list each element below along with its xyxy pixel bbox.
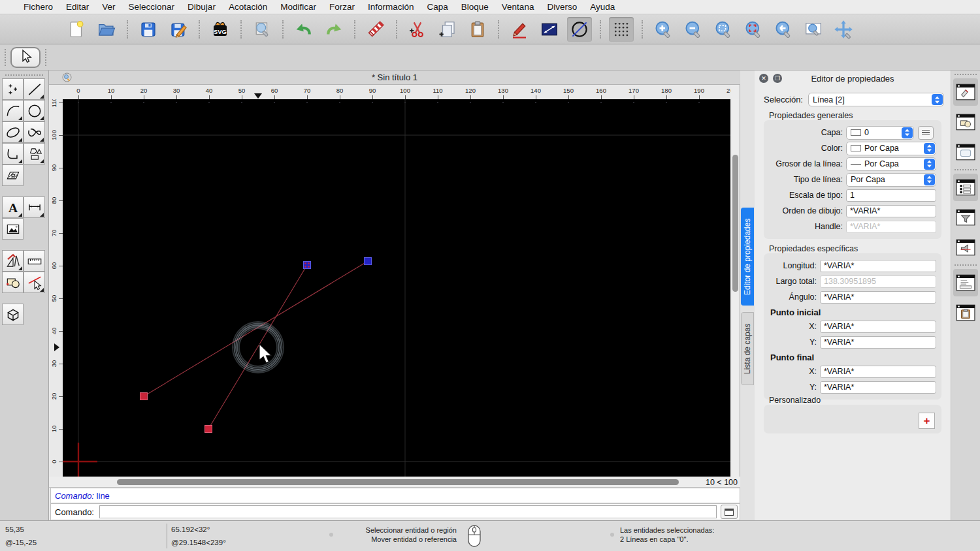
menu-dibujar[interactable]: Dibujar xyxy=(181,2,222,12)
start-x-field[interactable]: *VARIA* xyxy=(820,321,936,333)
tool-circle-button[interactable] xyxy=(24,100,45,121)
end-x-field[interactable]: *VARIA* xyxy=(820,366,936,378)
type-scale-field[interactable]: 1 xyxy=(846,189,936,202)
scrollbar-thumb[interactable] xyxy=(732,155,738,292)
selection-status: Las entidades seleccionadas: 2 Líneas en… xyxy=(620,526,714,544)
menu-fichero[interactable]: Fichero xyxy=(17,2,59,12)
command-window-icon[interactable] xyxy=(953,269,978,296)
tool-polygon-button[interactable] xyxy=(24,143,45,165)
menu-editar[interactable]: Editar xyxy=(59,2,95,12)
select-tool-button[interactable] xyxy=(10,47,41,68)
drag-handle[interactable] xyxy=(5,74,43,76)
menu-capa[interactable]: Capa xyxy=(421,2,455,12)
color-row: Color: Por Capa xyxy=(769,140,936,156)
copy-button[interactable] xyxy=(435,17,460,42)
tool-hatch-button[interactable] xyxy=(2,165,24,186)
tool-image-button[interactable] xyxy=(2,218,24,240)
paste-button[interactable] xyxy=(465,17,490,42)
tool-spline-button[interactable] xyxy=(24,121,45,143)
selection-label: Selección: xyxy=(764,95,803,104)
draw-pencil-button[interactable] xyxy=(507,17,532,42)
cut-button[interactable] xyxy=(405,17,430,42)
end-handle xyxy=(304,262,311,269)
shapes-window-icon[interactable] xyxy=(953,108,978,136)
zoom-auto-button[interactable] xyxy=(741,17,766,42)
redo-button[interactable] xyxy=(321,17,346,42)
drag-handle[interactable] xyxy=(5,49,6,66)
tool-text-button[interactable]: A xyxy=(2,197,24,218)
open-file-button[interactable] xyxy=(94,17,119,42)
line-width-dropdown[interactable]: Por Capa xyxy=(846,157,936,171)
menu-modificar[interactable]: Modificar xyxy=(274,2,323,12)
panel-title: Editor de propiedades xyxy=(755,74,951,84)
zoom-pan-button[interactable] xyxy=(831,17,856,42)
scrollbar-thumb[interactable] xyxy=(117,479,679,485)
total-length-row: Largo total: 138.30951895 xyxy=(769,274,936,289)
tool-select-entity-button[interactable] xyxy=(24,272,45,293)
menu-ventana[interactable]: Ventana xyxy=(495,2,541,12)
tool-arc-button[interactable] xyxy=(2,100,24,121)
draw-circle-line-button[interactable] xyxy=(567,17,592,42)
zoom-window-button[interactable] xyxy=(711,17,736,42)
zoom-out-button[interactable] xyxy=(681,17,706,42)
tool-dimension-button[interactable] xyxy=(24,197,45,218)
save-button[interactable] xyxy=(136,17,161,42)
tool-ellipse-button[interactable] xyxy=(2,121,24,143)
menu-forzar[interactable]: Forzar xyxy=(323,2,361,12)
tool-polyline-button[interactable] xyxy=(2,143,24,165)
svg-text:SVG: SVG xyxy=(214,28,227,35)
menu-seleccionar[interactable]: Seleccionar xyxy=(122,2,182,12)
tab-layer-list[interactable]: Lista de capas xyxy=(741,312,754,385)
list-window-icon[interactable] xyxy=(953,174,978,201)
length-field[interactable]: *VARIA* xyxy=(820,260,936,272)
property-editor-window-icon[interactable] xyxy=(953,78,978,106)
tool-drafting-button[interactable] xyxy=(2,250,24,272)
block-window-icon[interactable] xyxy=(953,234,978,261)
export-svg-button[interactable]: SVG xyxy=(208,17,233,42)
tool-modify-button[interactable] xyxy=(2,272,24,293)
tool-line-button[interactable] xyxy=(24,78,45,100)
angle-field[interactable]: *VARIA* xyxy=(820,291,936,304)
command-input[interactable] xyxy=(99,505,717,518)
menu-ver[interactable]: Ver xyxy=(95,2,122,12)
menu-ayuda[interactable]: Ayuda xyxy=(583,2,621,12)
menu-acotación[interactable]: Acotación xyxy=(222,2,274,12)
menu-diverso[interactable]: Diverso xyxy=(540,2,583,12)
drag-handle[interactable] xyxy=(45,49,46,66)
start-handle xyxy=(205,426,212,433)
filter-window-icon[interactable] xyxy=(953,204,978,231)
zoom-previous-button[interactable] xyxy=(771,17,796,42)
delete-entities-button[interactable] xyxy=(363,17,388,42)
add-custom-property-button[interactable]: + xyxy=(919,413,935,429)
start-y-field[interactable]: *VARIA* xyxy=(820,336,936,349)
vertical-scrollbar[interactable] xyxy=(731,99,740,477)
zoom-view-button[interactable] xyxy=(801,17,826,42)
grid-toggle-button[interactable] xyxy=(609,17,634,42)
selection-dropdown[interactable]: Línea [2] xyxy=(808,93,944,106)
tool-box3d-button[interactable] xyxy=(2,304,24,325)
new-document-button[interactable] xyxy=(64,17,89,42)
menu-información[interactable]: Información xyxy=(361,2,421,12)
end-y-field[interactable]: *VARIA* xyxy=(820,381,936,394)
cut-icon xyxy=(408,20,427,39)
line-type-dropdown[interactable]: Por Capa xyxy=(846,173,936,187)
color-dropdown[interactable]: Por Capa xyxy=(846,142,936,155)
horizontal-scrollbar[interactable]: 10 < 100 xyxy=(49,477,740,488)
tool-points-button[interactable] xyxy=(2,78,24,100)
undo-button[interactable] xyxy=(291,17,316,42)
save-as-button[interactable] xyxy=(166,17,191,42)
draw-line-rect-button[interactable] xyxy=(537,17,562,42)
toolbar-separator xyxy=(354,20,355,39)
tool-measure-button[interactable] xyxy=(24,250,45,272)
zoom-in-button[interactable] xyxy=(651,17,676,42)
print-preview-button[interactable] xyxy=(250,17,274,42)
draw-order-field[interactable]: *VARIA* xyxy=(846,205,936,217)
menu-bloque[interactable]: Bloque xyxy=(455,2,495,12)
drawing-canvas[interactable] xyxy=(63,99,730,477)
command-dock-button[interactable] xyxy=(721,505,738,519)
clipboard-window-icon[interactable] xyxy=(953,299,978,326)
blank-window-icon[interactable] xyxy=(953,138,978,166)
tab-property-editor[interactable]: Editor de propiedades xyxy=(741,208,754,306)
layer-dropdown[interactable]: 0 xyxy=(846,126,914,140)
layer-menu-button[interactable] xyxy=(918,126,934,140)
